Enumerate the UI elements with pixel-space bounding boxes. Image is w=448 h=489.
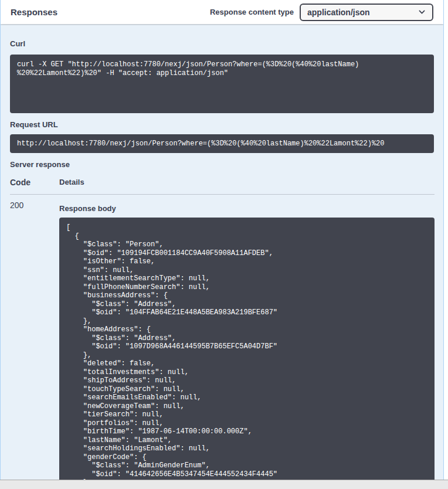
- response-content-type-select[interactable]: application/json: [300, 4, 433, 21]
- content-type-control: Response content type application/json: [210, 4, 433, 21]
- server-response-title: Server response: [10, 160, 434, 169]
- request-url-text: http://localhost:7780/nexj/json/Person?w…: [17, 140, 427, 147]
- responses-opblock: Responses Response content type applicat…: [0, 0, 444, 480]
- content-type-label: Response content type: [210, 8, 294, 16]
- responses-title: Responses: [11, 7, 57, 17]
- swagger-responses-page: Responses Response content type applicat…: [0, 0, 448, 489]
- code-column-header: Code: [10, 178, 59, 187]
- request-url-label: Request URL: [10, 120, 434, 130]
- curl-command-text: curl -X GET "http://localhost:7780/nexj/…: [17, 60, 427, 78]
- response-details-cell: Response body [ { "$class": "Person", "$…: [59, 195, 435, 480]
- server-response-table: Code Details 200 Response body [ { "$cla…: [10, 178, 434, 480]
- curl-command-box: curl -X GET "http://localhost:7780/nexj/…: [10, 55, 434, 113]
- bottom-strip: [0, 480, 448, 489]
- response-body-box: [ { "$class": "Person", "$oid": "109194F…: [59, 218, 435, 480]
- responses-section-header: Responses Response content type applicat…: [1, 0, 443, 24]
- response-body-label: Response body: [59, 204, 435, 213]
- content-type-selected-value: application/json: [307, 8, 370, 17]
- response-body-text: [ { "$class": "Person", "$oid": "109194F…: [66, 223, 427, 480]
- curl-label: Curl: [10, 39, 434, 49]
- details-column-header: Details: [59, 178, 435, 187]
- responses-content: Curl curl -X GET "http://localhost:7780/…: [1, 24, 443, 480]
- request-url-box: http://localhost:7780/nexj/json/Person?w…: [10, 134, 434, 153]
- response-code: 200: [10, 195, 59, 480]
- chevron-down-icon: [418, 8, 426, 16]
